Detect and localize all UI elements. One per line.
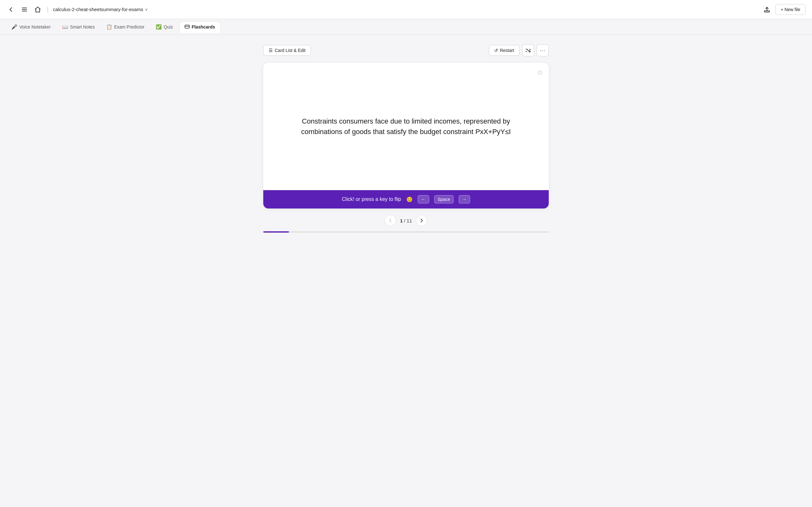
page-current: 1 [400, 218, 403, 223]
flashcard-content: Constraints consumers face due to limite… [295, 116, 517, 137]
more-icon: ··· [540, 47, 546, 54]
key-space-button[interactable]: Space [434, 195, 454, 204]
card-list-icon: ☰ [269, 48, 273, 53]
chevron-down-icon: ∨ [145, 7, 148, 12]
key-left-button[interactable]: ← [418, 195, 429, 204]
tab-exam-predictor[interactable]: 📋 Exam Predictor [101, 21, 150, 32]
doc-title-text: calculus-2-cheat-sheetsummary-for-exams [53, 7, 143, 12]
flashcard-body: ☆ Constraints consumers face due to limi… [263, 63, 549, 190]
tab-label-exam-predictor: Exam Predictor [114, 24, 145, 30]
restart-button[interactable]: ↺ Restart [489, 45, 519, 56]
pagination: 1 / 11 [385, 215, 427, 226]
page-indicator: 1 / 11 [400, 218, 412, 223]
menu-button[interactable] [20, 5, 29, 14]
flip-emoji: 😊 [406, 196, 413, 203]
flashcard-toolbar: ☰ Card List & Edit ↺ Restart ··· [263, 44, 549, 56]
key-right-button[interactable]: → [459, 195, 470, 204]
page-separator: / [404, 218, 407, 223]
new-file-label: + New file [780, 7, 800, 12]
svg-rect-3 [764, 11, 769, 12]
restart-icon: ↺ [494, 48, 498, 53]
tab-label-flashcards: Flashcards [192, 24, 215, 30]
more-options-button[interactable]: ··· [537, 44, 549, 56]
new-file-button[interactable]: + New file [775, 4, 806, 15]
doc-title: calculus-2-cheat-sheetsummary-for-exams … [53, 7, 148, 12]
top-bar-left: | calculus-2-cheat-sheetsummary-for-exam… [6, 5, 148, 14]
main-content: ☰ Card List & Edit ↺ Restart ··· ☆ [0, 35, 812, 507]
tab-label-quiz: Quiz [164, 24, 173, 30]
tab-label-voice-notetaker: Voice Notetaker [19, 24, 51, 30]
key-left-icon: ← [421, 197, 426, 202]
home-button[interactable] [33, 5, 43, 14]
restart-label: Restart [500, 48, 514, 53]
key-space-label: Space [438, 197, 450, 202]
flashcard[interactable]: ☆ Constraints consumers face due to limi… [263, 63, 549, 209]
card-list-edit-button[interactable]: ☰ Card List & Edit [263, 45, 311, 56]
star-icon: ☆ [537, 68, 543, 76]
tab-voice-notetaker[interactable]: 🎤 Voice Notetaker [6, 21, 56, 32]
tab-label-smart-notes: Smart Notes [70, 24, 95, 30]
star-button[interactable]: ☆ [537, 68, 543, 77]
prev-button[interactable] [385, 215, 396, 226]
progress-bar-fill [263, 231, 289, 233]
separator-icon: | [47, 6, 49, 13]
toolbar-right: ↺ Restart ··· [489, 44, 549, 56]
flip-label: Click! or press a key to flip [342, 196, 401, 202]
card-list-label: Card List & Edit [275, 48, 305, 53]
book-icon: 📖 [62, 24, 68, 30]
page-total: 11 [407, 218, 412, 223]
tab-flashcards[interactable]: Flashcards [179, 21, 220, 33]
flashcard-tab-icon [185, 24, 190, 30]
flashcard-flip-bar[interactable]: Click! or press a key to flip 😊 ← Space … [263, 190, 549, 209]
check-circle-icon: ✅ [156, 24, 162, 30]
progress-bar-container [263, 231, 549, 233]
tab-quiz[interactable]: ✅ Quiz [151, 21, 178, 32]
microphone-icon: 🎤 [11, 24, 17, 30]
top-bar: | calculus-2-cheat-sheetsummary-for-exam… [0, 0, 812, 19]
key-right-icon: → [462, 197, 467, 202]
upload-button[interactable] [762, 4, 772, 14]
tab-bar: 🎤 Voice Notetaker 📖 Smart Notes 📋 Exam P… [0, 19, 812, 35]
shuffle-button[interactable] [522, 44, 534, 56]
next-button[interactable] [416, 215, 427, 226]
svg-rect-4 [185, 25, 189, 28]
clipboard-icon: 📋 [106, 24, 112, 30]
back-button[interactable] [6, 5, 16, 14]
tab-smart-notes[interactable]: 📖 Smart Notes [57, 21, 100, 32]
top-bar-right: + New file [762, 4, 806, 15]
toolbar-left: ☰ Card List & Edit [263, 45, 311, 56]
